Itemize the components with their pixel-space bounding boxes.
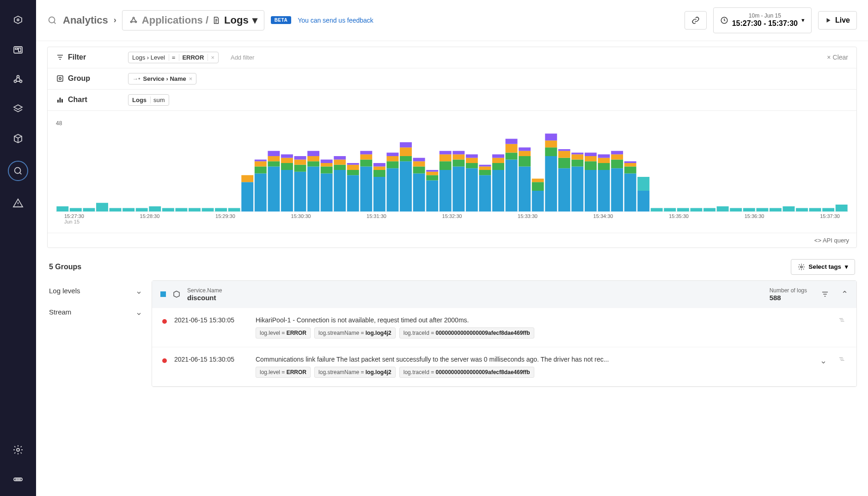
filter-chip[interactable]: Logs › Level = ERROR × [128,52,219,63]
svg-rect-142 [585,152,597,156]
log-tag[interactable]: log.traceId = 00000000000000009afecf8dae… [399,367,534,378]
chevron-down-icon[interactable]: ⌄ [820,356,827,366]
svg-rect-61 [321,166,333,173]
stack-icon[interactable] [838,356,846,364]
feedback-link[interactable]: You can send us feedback [298,17,373,24]
svg-point-11 [18,479,18,480]
svg-rect-126 [532,178,544,182]
x-tick: 15:32:30 [442,213,462,224]
svg-rect-27 [96,203,108,212]
svg-point-7 [15,168,21,174]
svg-rect-108 [479,175,491,212]
svg-rect-143 [598,170,610,212]
svg-rect-112 [492,170,504,212]
nav-home-icon[interactable] [11,13,25,28]
timerange-selector[interactable]: 10m - Jun 15 15:27:30 - 15:37:30 ▾ [713,7,812,33]
nav-layers-icon[interactable] [11,102,25,116]
log-entry[interactable]: 2021-06-15 15:30:05 Communications link … [152,347,856,387]
nav-settings-icon[interactable] [11,442,25,457]
svg-rect-140 [585,161,597,170]
filter-label: Filter [68,53,86,61]
close-icon: × [827,54,831,61]
svg-rect-62 [321,163,333,167]
svg-rect-118 [506,144,518,152]
bars-icon [56,96,64,104]
chevron-up-icon[interactable]: ⌃ [841,289,848,299]
svg-point-16 [135,21,136,22]
log-tag[interactable]: log.level = ERROR [256,327,311,339]
svg-rect-145 [598,157,610,163]
log-tag[interactable]: log.streamName = log.log4j2 [314,327,396,339]
x-tick: 15:27:30Jun 15 [64,213,84,224]
add-filter-input[interactable]: Add filter [226,52,259,63]
groups-header: 5 Groups Select tags ▾ [47,248,857,280]
svg-rect-55 [294,156,306,160]
svg-rect-49 [281,163,293,170]
analytics-icon [47,15,57,25]
svg-rect-90 [413,161,425,166]
breadcrumb-selector[interactable]: Applications / Logs ▾ [122,10,264,30]
svg-rect-75 [360,151,372,154]
share-link-button[interactable] [685,11,707,30]
log-timestamp: 2021-06-15 15:30:05 [174,356,248,363]
nav-dashboard-icon[interactable] [11,42,25,57]
log-group-header[interactable]: Service.Name discount Number of logs 588… [152,281,856,308]
svg-point-12 [19,479,20,480]
svg-rect-120 [519,166,531,212]
group-chip[interactable]: →• Service › Name × [128,73,196,85]
chevron-down-icon: ⌄ [135,286,142,296]
svg-rect-98 [440,154,452,161]
api-query-button[interactable]: <> API query [48,233,856,248]
log-tag[interactable]: log.streamName = log.log4j2 [314,367,396,378]
facet-row[interactable]: Stream⌄ [47,302,144,323]
svg-rect-2 [15,48,18,49]
nav-cube-icon[interactable] [11,131,25,146]
svg-rect-111 [479,164,491,166]
close-icon[interactable]: × [189,75,193,82]
svg-rect-95 [426,170,438,172]
nav-more-icon[interactable] [11,472,25,487]
svg-rect-33 [175,208,187,212]
svg-rect-84 [400,161,412,212]
svg-rect-64 [334,170,346,212]
svg-rect-53 [294,164,306,171]
filter-icon[interactable] [821,290,829,298]
svg-rect-156 [637,177,649,191]
svg-rect-129 [545,140,557,147]
svg-rect-68 [347,175,359,212]
svg-rect-157 [651,208,663,212]
svg-point-14 [133,17,134,18]
nav-apps-icon[interactable] [11,72,25,87]
x-tick: 15:29:30 [215,213,235,224]
log-entry[interactable]: 2021-06-15 15:30:05 HikariPool-1 - Conne… [152,308,856,347]
nav-alert-icon[interactable] [11,196,25,211]
log-tag[interactable]: log.level = ERROR [256,367,311,378]
svg-rect-102 [452,154,465,159]
chart-label: Chart [68,96,87,104]
svg-rect-162 [717,206,729,211]
live-button[interactable]: Live [818,11,857,30]
facets-panel: Log levels⌄Stream⌄ [47,280,144,387]
x-tick: 15:37:30 [820,213,840,224]
chart-svg[interactable] [56,128,848,212]
close-icon[interactable]: × [211,54,214,61]
caret-down-icon: ▾ [801,17,805,24]
clear-filters-button[interactable]: × Clear [827,54,848,61]
svg-point-0 [17,19,19,21]
log-tag[interactable]: log.traceId = 00000000000000009afecf8dae… [399,327,534,339]
select-tags-button[interactable]: Select tags ▾ [791,259,855,275]
svg-rect-79 [373,163,385,167]
svg-rect-38 [241,182,253,212]
chart-chip[interactable]: Logs sum [128,94,169,106]
svg-rect-94 [426,171,438,175]
svg-rect-71 [347,163,359,165]
doc-icon [212,16,220,24]
svg-rect-57 [307,161,319,166]
svg-rect-151 [624,173,636,212]
facet-row[interactable]: Log levels⌄ [47,280,144,302]
svg-rect-54 [294,159,306,164]
analytics-label[interactable]: Analytics [63,14,108,26]
nav-search-icon[interactable] [8,161,28,181]
stack-icon[interactable] [838,316,846,325]
svg-rect-150 [611,151,623,154]
